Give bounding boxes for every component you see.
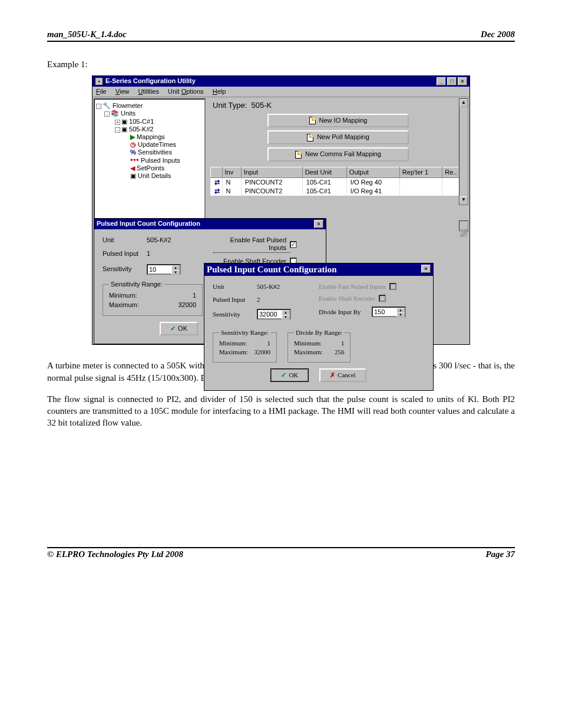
ok-button[interactable]: ✓OK	[271, 369, 308, 381]
tree-pane[interactable]: -🔧 Flowmeter -📚 Units +▣ 105-C#1 -▣ 505-…	[94, 98, 206, 219]
dialog-title: Pulsed Input Count Configuration	[207, 265, 336, 275]
menu-utilities[interactable]: Utilities	[138, 88, 159, 95]
range-legend: Sensitivity Range:	[109, 281, 164, 288]
body-paragraph-2: The flow signal is connected to PI2, and…	[47, 393, 515, 429]
close-icon[interactable]: ×	[421, 265, 431, 273]
sensitivity-input[interactable]	[148, 265, 171, 274]
unit-value: 505-K#2	[147, 236, 182, 244]
tree-setpoints[interactable]: SetPoints	[137, 164, 164, 172]
dialog-titlebar[interactable]: Pulsed Input Count Configuration ×	[204, 263, 433, 276]
col-input[interactable]: Input	[241, 167, 302, 177]
unit-value: 505-K#2	[257, 283, 292, 290]
tree-root[interactable]: Flowmeter	[113, 102, 143, 109]
tree-units[interactable]: Units	[121, 110, 135, 117]
expander-icon[interactable]: -	[115, 127, 120, 133]
enable-fast-label: Enable Fast Pulsed Inputs	[319, 283, 389, 290]
tree-sensitivities[interactable]: Sensitivities	[138, 149, 172, 156]
new-comms-fail-button[interactable]: New Comms Fail Mapping	[267, 147, 409, 162]
col-output[interactable]: Output	[346, 167, 399, 177]
tree-105c[interactable]: 105-C#1	[129, 118, 154, 125]
vertical-scrollbar[interactable]: ▲▼	[459, 98, 468, 205]
menu-view[interactable]: View	[115, 88, 130, 95]
expander-icon[interactable]: +	[115, 120, 120, 125]
pulsed-input-value: 2	[257, 296, 292, 303]
doc-header-right: Dec 2008	[481, 29, 515, 39]
min-label: Minimum:	[109, 292, 137, 299]
window-title: E-Series Configuration Utility	[105, 77, 196, 85]
expander-icon[interactable]: -	[96, 104, 101, 109]
enable-shaft-checkbox	[379, 295, 386, 302]
unit-label: Unit	[213, 283, 257, 290]
divide-input[interactable]	[373, 308, 396, 316]
footer-left: © ELPRO Technologies Pty Ltd 2008	[47, 549, 183, 559]
range-legend: Sensitivity Range:	[219, 329, 270, 336]
dialog-title: Pulsed Input Count Configuration	[97, 220, 200, 228]
clock-icon: ◷	[130, 141, 136, 148]
divide-range-group: Divide By Range: Minimum:1 Maximum:256	[287, 329, 351, 363]
cancel-button[interactable]: ✗Cancel	[319, 368, 366, 382]
dialog-titlebar[interactable]: Pulsed Input Count Configuration ×	[94, 219, 326, 229]
menubar: File View Utilities Unit Options Help	[92, 87, 470, 97]
x-icon: ✗	[330, 371, 335, 378]
close-icon[interactable]: ×	[314, 220, 323, 228]
enable-fast-checkbox[interactable]: ✓	[290, 241, 297, 248]
sensitivity-range-group: Sensitivity Range: Minimum:1 Maximum:320…	[213, 329, 277, 363]
bidir-arrow-icon: ⇄	[214, 179, 219, 186]
tree-mappings[interactable]: Mappings	[137, 133, 165, 140]
arrow-icon: ▶	[130, 133, 135, 140]
resize-grip-icon[interactable]	[460, 229, 468, 237]
pulsed-input-value: 1	[147, 250, 182, 258]
enable-fast-label: Enable Fast Pulsed Inputs	[213, 236, 290, 252]
sensitivity-label: Sensitivity	[103, 265, 147, 273]
pulse-icon: ꞏꞏꞏ	[130, 157, 139, 164]
doc-header-left: man_505U-K_1.4.doc	[47, 29, 127, 39]
min-value: 1	[193, 292, 196, 299]
sensitivity-spinner[interactable]: ▲▼	[257, 309, 291, 319]
table-row[interactable]: ⇄ N PINCOUNT2 105-C#1 I/O Reg 40	[211, 177, 466, 187]
check-icon: ✓	[170, 325, 176, 332]
unit-label: Unit	[103, 236, 147, 244]
col-repeater[interactable]: Rep'ter 1	[399, 167, 442, 177]
col-inv[interactable]: Inv	[222, 167, 241, 177]
pulsed-input-dialog-2: Pulsed Input Count Configuration × Unit5…	[204, 263, 434, 391]
ok-button[interactable]: ✓OK	[160, 322, 198, 335]
sensitivity-spinner[interactable]: ▲▼	[147, 264, 181, 275]
divide-label: Divide Input By	[319, 308, 372, 315]
unit-type-value: 505-K	[252, 101, 272, 110]
menu-help[interactable]: Help	[213, 88, 226, 95]
tree-pulsed[interactable]: Pulsed Inputs	[141, 157, 180, 164]
app-icon: ▪	[95, 77, 103, 85]
close-button[interactable]: ×	[458, 77, 467, 85]
check-icon: ✓	[281, 371, 286, 378]
range-legend: Divide By Range:	[294, 329, 344, 336]
divide-spinner[interactable]: ▲▼	[372, 307, 406, 317]
expander-icon[interactable]: -	[104, 111, 110, 117]
example-label: Example 1:	[47, 60, 515, 70]
document-icon	[309, 117, 316, 124]
setpoint-icon: ◀	[130, 164, 135, 172]
percent-icon: %	[130, 149, 136, 156]
sensitivity-range-group: Sensitivity Range: Minimum:1 Maximum:320…	[103, 281, 203, 317]
tree-unitdetails[interactable]: Unit Details	[138, 172, 171, 179]
window-titlebar[interactable]: ▪ E-Series Configuration Utility _ □ ×	[92, 76, 470, 87]
table-row[interactable]: ⇄ N PINCOUNT2 105-C#1 I/O Reg 41	[211, 187, 466, 196]
new-io-mapping-button[interactable]: New IO Mapping	[267, 114, 409, 128]
col-dest[interactable]: Dest Unit	[302, 167, 346, 177]
unit-type-label: Unit Type:	[213, 101, 247, 110]
tree-505k[interactable]: 505-K#2	[129, 126, 154, 133]
pulsed-input-label: Pulsed Input	[103, 250, 147, 258]
menu-file[interactable]: File	[96, 88, 107, 95]
enable-shaft-label: Enable Shaft Encoder	[319, 295, 379, 302]
max-label: Maximum:	[109, 301, 139, 309]
tree-updatetimes[interactable]: UpdateTimes	[138, 141, 176, 148]
maximize-button[interactable]: □	[447, 77, 457, 85]
new-poll-mapping-button[interactable]: New Poll Mapping	[267, 130, 409, 144]
sensitivity-input[interactable]	[258, 310, 282, 318]
document-icon	[295, 151, 302, 159]
minimize-button[interactable]: _	[437, 77, 446, 85]
mapping-table[interactable]: Inv Input Dest Unit Output Rep'ter 1 Re.…	[210, 167, 466, 196]
pulsed-input-label: Pulsed Input	[213, 296, 257, 303]
max-value: 32000	[178, 301, 196, 309]
menu-unit-options[interactable]: Unit Options	[168, 88, 204, 95]
bidir-arrow-icon: ⇄	[214, 187, 219, 195]
